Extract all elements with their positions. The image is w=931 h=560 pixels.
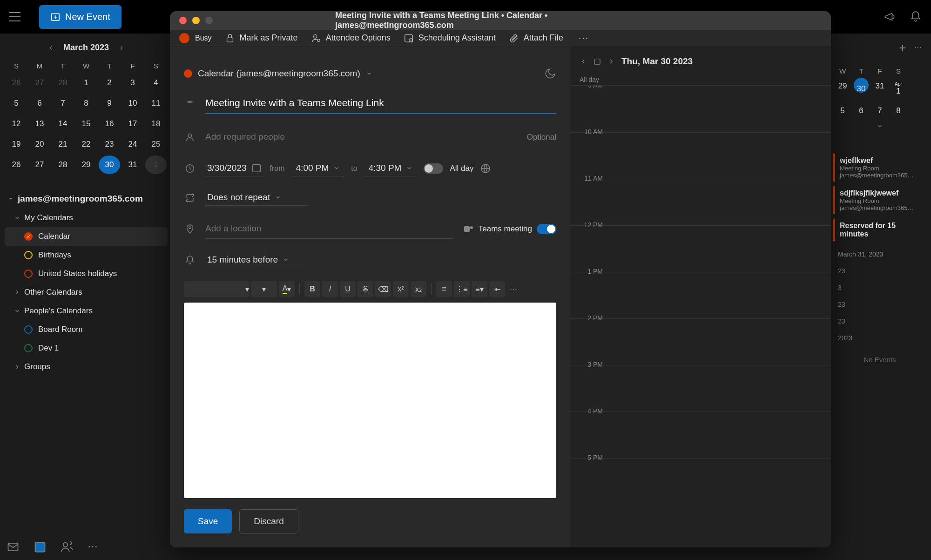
calendar-day[interactable]: 16 [99, 115, 120, 133]
number-list-button[interactable]: ⋮≡ [454, 281, 470, 297]
all-day-toggle[interactable] [424, 163, 443, 174]
save-button[interactable]: Save [184, 509, 232, 533]
subscript-button[interactable]: x₂ [411, 281, 426, 297]
calendar-icon[interactable] [34, 540, 47, 553]
account-header[interactable]: james@meetingroom365.com [5, 189, 168, 209]
repeat-select[interactable]: Does not repeat [205, 189, 308, 206]
mark-private-button[interactable]: Mark as Private [225, 33, 298, 43]
end-time-select[interactable]: 4:30 PM [364, 160, 418, 176]
calendar-item[interactable]: United States holidays [5, 264, 168, 283]
calendar-select[interactable]: Calendar (james@meetingroom365.com) [184, 68, 372, 79]
minimize-window-icon[interactable] [192, 17, 200, 24]
outdent-button[interactable]: ⇤ [489, 281, 505, 297]
strike-button[interactable]: S [358, 281, 373, 297]
calendar-day[interactable]: 29 [75, 155, 97, 174]
close-window-icon[interactable] [179, 17, 187, 24]
calendar-day[interactable]: 6 [29, 94, 50, 113]
agenda-day[interactable]: 8 [889, 102, 908, 119]
scheduling-assistant-button[interactable]: Scheduling Assistant [404, 33, 496, 43]
align-button[interactable]: ≡▾ [472, 281, 487, 297]
more-icon[interactable]: ⋯ [88, 540, 98, 553]
agenda-item[interactable]: wjeflkwefMeeting Roomjames@meetingroom36… [833, 154, 926, 182]
globe-icon[interactable] [480, 163, 491, 174]
calendar-day[interactable]: 28 [52, 155, 74, 174]
agenda-day[interactable]: 31 [870, 78, 889, 100]
status-pill[interactable]: Busy [179, 33, 212, 43]
megaphone-icon[interactable] [884, 11, 896, 23]
calendar-day[interactable]: 26 [6, 155, 27, 174]
prev-month-icon[interactable] [47, 45, 54, 51]
calendar-day[interactable]: 9 [99, 94, 120, 113]
font-color-select[interactable]: ▾ [251, 281, 277, 297]
agenda-day[interactable]: Apr1 [889, 78, 908, 100]
calendar-day[interactable]: 22 [75, 135, 97, 154]
mail-icon[interactable] [7, 540, 20, 553]
calendar-day[interactable]: 15 [75, 115, 97, 133]
calendar-day[interactable]: 1 [145, 155, 167, 174]
teams-meeting-toggle[interactable] [537, 224, 556, 234]
calendar-item[interactable]: Calendar [5, 227, 168, 246]
underline-button[interactable]: U [340, 281, 356, 297]
body-editor[interactable] [184, 303, 556, 498]
calendar-day[interactable]: 5 [6, 94, 27, 113]
calendar-day[interactable]: 27 [29, 74, 50, 92]
calendar-day[interactable]: 13 [29, 115, 50, 133]
calendar-day[interactable]: 21 [52, 135, 74, 154]
calendar-day[interactable]: 8 [75, 94, 97, 113]
calendar-day[interactable]: 26 [6, 74, 27, 92]
calendar-day[interactable]: 3 [122, 74, 143, 92]
calendar-day[interactable]: 23 [99, 135, 120, 154]
highlight-select[interactable]: A▾ [279, 281, 295, 297]
calendar-item[interactable]: Dev 1 [5, 339, 168, 358]
dark-mode-icon[interactable] [544, 67, 556, 80]
calendar-day[interactable]: 30 [99, 155, 120, 174]
agenda-day[interactable]: 29 [833, 78, 852, 100]
calendar-day[interactable]: 28 [52, 74, 74, 92]
calendar-day[interactable]: 17 [122, 115, 143, 133]
date-input[interactable]: 3/30/2023 [205, 160, 263, 176]
agenda-day[interactable]: 5 [833, 102, 852, 119]
calendar-day[interactable]: 12 [6, 115, 27, 133]
calendar-day[interactable]: 24 [122, 135, 143, 154]
groups-header[interactable]: Groups [5, 358, 168, 376]
calendar-item[interactable]: Board Room [5, 320, 168, 339]
calendar-item[interactable]: Birthdays [5, 246, 168, 264]
attendees-input[interactable] [205, 127, 518, 147]
bell-icon[interactable] [910, 11, 922, 23]
my-calendars-header[interactable]: My Calendars [5, 209, 168, 227]
optional-button[interactable]: Optional [527, 133, 556, 142]
calendar-day[interactable]: 11 [145, 94, 167, 113]
more-icon[interactable]: ⋯ [578, 32, 588, 44]
font-size-select[interactable]: ▾ [184, 281, 249, 297]
reminder-select[interactable]: 15 minutes before [205, 252, 308, 268]
agenda-day[interactable]: 6 [852, 102, 870, 119]
window-controls[interactable] [179, 17, 213, 24]
agenda-item[interactable]: sdjflksjflkjwewefMeeting Roomjames@meeti… [833, 186, 926, 214]
agenda-day[interactable]: 7 [870, 102, 889, 119]
calendar-day[interactable]: 14 [52, 115, 74, 133]
superscript-button[interactable]: x² [393, 281, 409, 297]
more-icon[interactable]: ⋯ [914, 43, 922, 53]
calendar-day[interactable]: 10 [122, 94, 143, 113]
new-event-button[interactable]: New Event [39, 5, 121, 29]
discard-button[interactable]: Discard [239, 509, 298, 533]
italic-button[interactable]: I [322, 281, 338, 297]
prev-day-icon[interactable] [580, 58, 587, 65]
calendar-picker-icon[interactable] [594, 58, 601, 65]
next-day-icon[interactable] [607, 58, 615, 65]
calendar-day[interactable]: 7 [52, 94, 74, 113]
start-time-select[interactable]: 4:00 PM [291, 160, 345, 176]
people-icon[interactable] [61, 540, 74, 553]
calendar-day[interactable]: 2 [99, 74, 120, 92]
peoples-calendars-header[interactable]: People's Calendars [5, 302, 168, 320]
add-icon[interactable] [897, 43, 908, 53]
hamburger-menu[interactable] [9, 12, 20, 21]
calendar-day[interactable]: 4 [145, 74, 167, 92]
attendee-options-button[interactable]: Attendee Options [311, 33, 391, 43]
calendar-day[interactable]: 18 [145, 115, 167, 133]
agenda-day[interactable]: 30 [854, 78, 869, 93]
calendar-day[interactable]: 19 [6, 135, 27, 154]
mini-calendar[interactable]: SMTWTFS 26272812345678910111213141516171… [5, 59, 168, 175]
calendar-day[interactable]: 25 [145, 135, 167, 154]
location-input[interactable] [205, 219, 453, 239]
